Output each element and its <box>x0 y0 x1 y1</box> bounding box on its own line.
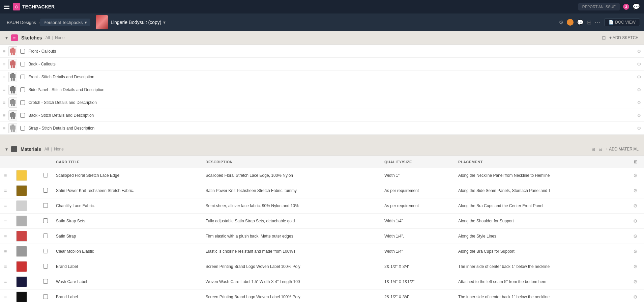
mat-settings-icon[interactable]: ⚙ <box>633 173 638 178</box>
mat-quality: Width 1/4". <box>384 234 404 239</box>
mat-placement: Along the Neckline Panel from Neckline t… <box>458 173 550 178</box>
mat-drag-cell: ≡ <box>0 289 12 304</box>
materials-collapse-icon[interactable]: ▾ <box>5 146 8 152</box>
sketch-checkbox[interactable] <box>20 62 25 66</box>
more-options-icon[interactable]: ⋯ <box>595 19 601 26</box>
mat-placement-cell: Along the Shoulder for Support <box>454 214 629 229</box>
mat-settings-icon[interactable]: ⚙ <box>633 218 638 224</box>
sketch-settings-icon[interactable]: ⚙ <box>637 113 641 118</box>
mat-drag-handle-icon[interactable]: ≡ <box>4 203 7 209</box>
mat-drag-handle-icon[interactable]: ≡ <box>4 264 7 269</box>
sketch-settings-icon[interactable]: ⚙ <box>637 74 641 80</box>
mat-quality: Width 1/4" <box>384 219 403 223</box>
mat-checkbox[interactable] <box>43 233 48 238</box>
mat-checkbox[interactable] <box>43 218 48 223</box>
mat-drag-handle-icon[interactable]: ≡ <box>4 188 7 193</box>
material-row: ≡ Clear Mobilon Elastic Elastic is chlor… <box>0 244 644 259</box>
svg-rect-23 <box>13 117 15 119</box>
mat-quality: 2& 1/2" X 3/4" <box>384 295 410 299</box>
mat-checkbox[interactable] <box>43 173 48 177</box>
mat-placement: Attached to the left seam 5" from the bo… <box>458 279 546 284</box>
material-row: ≡ Satin Strap Sets Fully adjustable Sati… <box>0 214 644 229</box>
mat-drag-cell: ≡ <box>0 259 12 274</box>
sketches-sort-icon[interactable]: ⊟ <box>602 35 606 40</box>
column-settings-button[interactable]: ⊞ <box>633 159 638 165</box>
mat-checkbox[interactable] <box>43 249 48 253</box>
sketch-settings-icon[interactable]: ⚙ <box>637 87 641 92</box>
sketch-checkbox[interactable] <box>20 87 25 92</box>
mat-settings-icon[interactable]: ⚙ <box>633 188 638 193</box>
mat-settings-icon[interactable]: ⚙ <box>633 249 638 254</box>
materials-filter-tabs: All | None <box>45 147 64 151</box>
settings-icon[interactable]: ⚙ <box>559 19 563 26</box>
sketches-filter-all[interactable]: All <box>45 35 50 40</box>
filter-icon[interactable]: ⊟ <box>587 19 591 26</box>
svg-rect-24 <box>11 125 14 126</box>
mat-checkbox[interactable] <box>43 188 48 193</box>
sketch-checkbox[interactable] <box>20 49 25 54</box>
sketches-filter-none[interactable]: None <box>55 35 65 40</box>
mat-desc-cell: Firm elastic with a plush back, Matte ou… <box>202 229 381 244</box>
drag-handle-icon[interactable]: ≡ <box>3 74 5 80</box>
user-avatar[interactable] <box>567 19 574 26</box>
garment-thumbnail <box>96 15 108 29</box>
mat-settings-icon[interactable]: ⚙ <box>633 203 638 209</box>
mat-desc-cell: Scalloped Floral Stretch Lace Edge, 100%… <box>202 168 381 183</box>
sketch-checkbox[interactable] <box>20 113 25 118</box>
mat-drag-handle-icon[interactable]: ≡ <box>4 233 7 239</box>
garment-chevron-icon[interactable]: ▾ <box>163 20 166 25</box>
materials-sort-icon[interactable]: ⊟ <box>598 146 603 152</box>
sketch-settings-icon[interactable]: ⚙ <box>637 100 641 105</box>
mat-action-cell: ⚙ <box>629 198 644 214</box>
doc-view-button[interactable]: 📄 DOC VIEW <box>604 18 640 26</box>
drag-handle-icon[interactable]: ≡ <box>3 100 5 105</box>
materials-grid-icon[interactable]: ⊞ <box>591 147 595 152</box>
materials-section-header-right: ⊞ ⊟ + ADD MATERIAL <box>591 146 639 152</box>
mat-settings-icon[interactable]: ⚙ <box>633 279 638 284</box>
mat-action-cell: ⚙ <box>629 168 644 183</box>
mat-checkbox[interactable] <box>43 203 48 208</box>
techpack-dropdown[interactable]: Personal Techpacks ▾ <box>40 19 90 26</box>
mat-checkbox[interactable] <box>43 264 48 269</box>
sketch-checkbox[interactable] <box>20 100 25 105</box>
materials-filter-all[interactable]: All <box>45 147 49 151</box>
sketch-thumb-svg <box>10 99 16 106</box>
drag-handle-icon[interactable]: ≡ <box>3 49 5 54</box>
drag-handle-icon[interactable]: ≡ <box>3 113 5 118</box>
mat-drag-handle-icon[interactable]: ≡ <box>4 249 7 254</box>
mat-thumbnail <box>16 200 27 211</box>
mat-settings-icon[interactable]: ⚙ <box>633 233 638 239</box>
sketch-checkbox[interactable] <box>20 75 25 79</box>
mat-settings-icon[interactable]: ⚙ <box>633 294 638 300</box>
mat-drag-handle-icon[interactable]: ≡ <box>4 218 7 224</box>
sketch-settings-icon[interactable]: ⚙ <box>637 49 641 54</box>
drag-handle-icon[interactable]: ≡ <box>3 126 5 131</box>
sketch-settings-icon[interactable]: ⚙ <box>637 126 641 131</box>
mat-placement: The inner side of center back 1" below t… <box>458 264 550 269</box>
add-material-button[interactable]: + ADD MATERIAL <box>606 147 639 151</box>
breadcrumb-bauh[interactable]: BAUH Designs <box>4 20 39 25</box>
mat-drag-handle-icon[interactable]: ≡ <box>4 173 7 178</box>
sketch-checkbox[interactable] <box>20 126 25 131</box>
mat-settings-icon[interactable]: ⚙ <box>633 264 638 269</box>
mat-drag-handle-icon[interactable]: ≡ <box>4 279 7 284</box>
chat-icon[interactable]: 💬 <box>633 3 640 10</box>
report-issue-button[interactable]: REPORT AN ISSUE <box>578 3 620 10</box>
add-sketch-button[interactable]: + ADD SKETCH <box>609 35 639 40</box>
drag-handle-icon[interactable]: ≡ <box>3 87 5 92</box>
drag-handle-icon[interactable]: ≡ <box>3 61 5 67</box>
sketch-settings-icon[interactable]: ⚙ <box>637 61 641 67</box>
mat-drag-handle-icon[interactable]: ≡ <box>4 294 7 300</box>
mat-checkbox[interactable] <box>43 294 48 299</box>
sketches-collapse-icon[interactable]: ▾ <box>5 35 8 40</box>
sketch-row: ≡ Front - Callouts ⚙ <box>0 45 644 58</box>
sketch-thumbnail <box>8 123 18 133</box>
notification-badge[interactable]: 3 <box>623 4 629 10</box>
mat-desc-cell: Screen Printing Brand Logo Woven Label 1… <box>202 289 381 304</box>
svg-rect-26 <box>11 130 12 132</box>
hamburger-menu[interactable] <box>4 5 9 9</box>
materials-filter-none[interactable]: None <box>54 147 64 151</box>
comment-icon[interactable]: 💬 <box>577 19 584 26</box>
sketch-name: Front - Stitch Details and Description <box>28 75 637 79</box>
mat-checkbox[interactable] <box>43 279 48 284</box>
